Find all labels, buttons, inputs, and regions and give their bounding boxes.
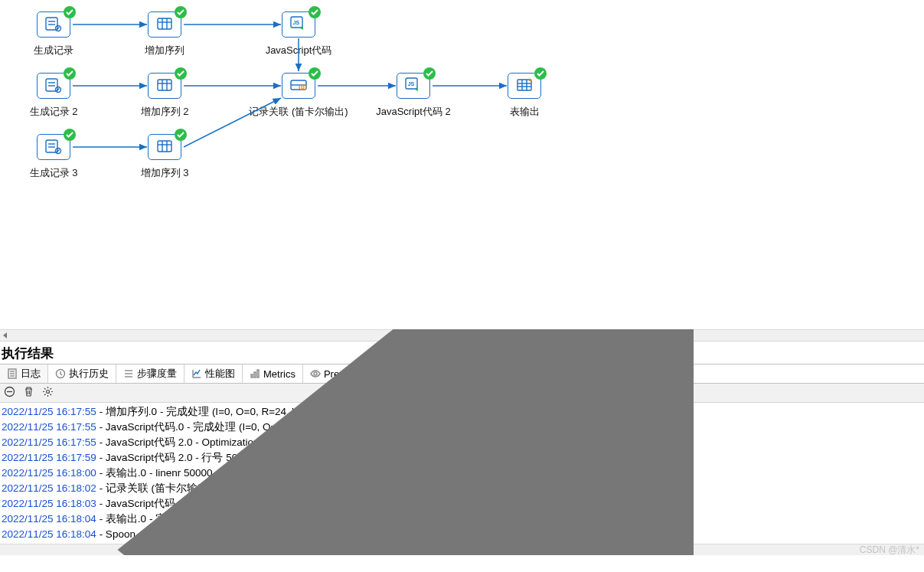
check-icon <box>175 129 187 141</box>
node-generate-records[interactable]: 生成记录 <box>8 11 100 57</box>
node-generate-records-3[interactable]: 生成记录 3 <box>8 134 100 180</box>
node-js-2[interactable]: JS JavaScript代码 2 <box>367 73 459 119</box>
check-icon <box>64 67 76 80</box>
node-add-sequence-2[interactable]: 增加序列 2 <box>119 73 211 119</box>
svg-rect-33 <box>158 141 171 152</box>
svg-rect-4 <box>158 18 171 29</box>
node-label: 生成记录 <box>34 44 73 57</box>
bottom-scroll[interactable] <box>0 544 924 555</box>
node-label: 表输出 <box>510 105 540 119</box>
check-icon <box>309 6 321 18</box>
node-add-sequence-3[interactable]: 增加序列 3 <box>119 134 211 180</box>
node-label: 生成记录 3 <box>30 166 78 180</box>
check-icon <box>534 67 547 80</box>
node-generate-records-2[interactable]: 生成记录 2 <box>8 73 100 119</box>
check-icon <box>175 67 187 80</box>
check-icon <box>175 6 187 18</box>
node-label: JavaScript代码 <box>266 44 332 57</box>
node-label: 增加序列 <box>145 44 184 57</box>
svg-rect-14 <box>158 80 171 90</box>
node-join[interactable]: 记录关联 (笛卡尔输出) <box>253 73 344 119</box>
svg-text:JS: JS <box>408 81 415 87</box>
check-icon <box>309 67 321 80</box>
check-icon <box>64 6 76 18</box>
check-icon <box>423 67 436 80</box>
node-label: 增加序列 2 <box>141 105 189 119</box>
node-js[interactable]: JS JavaScript代码 <box>253 11 344 57</box>
node-label: 生成记录 2 <box>30 105 78 119</box>
node-label: 增加序列 3 <box>141 166 189 180</box>
svg-text:JS: JS <box>293 20 300 25</box>
flow-canvas[interactable]: 生成记录 增加序列 JS JavaScript代码 生成记录 2 增加序列 2 … <box>0 0 924 329</box>
node-label: JavaScript代码 2 <box>376 105 451 119</box>
node-table-output[interactable]: 表输出 <box>478 73 570 119</box>
node-label: 记录关联 (笛卡尔输出) <box>249 105 348 119</box>
check-icon <box>64 129 76 141</box>
svg-rect-24 <box>518 80 531 90</box>
node-add-sequence[interactable]: 增加序列 <box>119 11 211 57</box>
watermark: CSDN @清水* <box>860 544 919 555</box>
